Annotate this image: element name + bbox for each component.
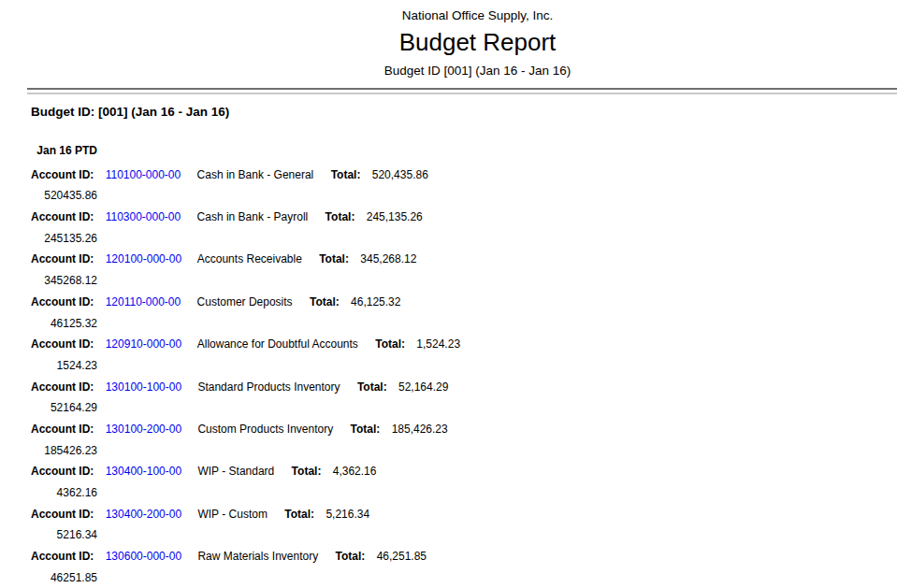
account-name: WIP - Standard: [197, 465, 274, 478]
account-id-label: Account ID:: [31, 252, 94, 265]
account-total: 520,435.86: [372, 168, 428, 181]
account-id-link[interactable]: 110100-000-00: [106, 168, 181, 181]
account-line: Account ID: 120910-000-00 Allowance for …: [31, 337, 897, 351]
account-total: 5,216.34: [326, 508, 369, 521]
account-id-link[interactable]: 130400-100-00: [106, 465, 181, 478]
ptd-value: 185426.23: [31, 444, 97, 457]
total-label: Total:: [284, 508, 314, 521]
total-label: Total:: [351, 423, 381, 436]
budget-report-page: National Office Supply, Inc. Budget Repo…: [0, 8, 897, 588]
account-name: Custom Products Inventory: [197, 423, 333, 436]
report-subtitle: Budget ID [001] (Jan 16 - Jan 16): [58, 64, 897, 79]
header-divider: [27, 88, 897, 94]
total-label: Total:: [357, 380, 387, 394]
account-name: WIP - Custom: [197, 508, 267, 521]
account-line: Account ID: 130100-200-00 Custom Product…: [31, 423, 897, 436]
report-header: National Office Supply, Inc. Budget Repo…: [0, 8, 897, 79]
total-label: Total:: [326, 210, 355, 223]
total-label: Total:: [319, 252, 349, 265]
account-total: 1,524.23: [416, 337, 460, 351]
account-total: 345,268.12: [360, 252, 416, 265]
account-name: Allowance for Doubtful Accounts: [197, 337, 358, 351]
account-line: Account ID: 130400-200-00 WIP - Custom T…: [31, 508, 897, 521]
ptd-value: 4362.16: [31, 486, 97, 499]
ptd-value: 345268.12: [31, 274, 97, 287]
total-label: Total:: [331, 168, 361, 181]
company-name: National Office Supply, Inc.: [58, 8, 897, 23]
account-block: Account ID: 130100-100-00 Standard Produ…: [31, 380, 897, 415]
account-id-link[interactable]: 110300-000-00: [106, 210, 181, 223]
account-name: Standard Products Inventory: [197, 380, 340, 394]
account-line: Account ID: 130100-100-00 Standard Produ…: [31, 380, 897, 394]
account-line: Account ID: 110300-000-00 Cash in Bank -…: [31, 210, 897, 223]
account-line: Account ID: 130600-000-00 Raw Materials …: [31, 550, 897, 563]
account-total: 4,362.16: [333, 465, 377, 478]
account-block: Account ID: 110100-000-00 Cash in Bank -…: [31, 168, 897, 203]
account-line: Account ID: 110100-000-00 Cash in Bank -…: [31, 168, 897, 181]
account-name: Raw Materials Inventory: [197, 550, 318, 563]
account-total: 52,164.29: [398, 380, 448, 394]
account-id-link[interactable]: 120910-000-00: [106, 337, 181, 351]
total-label: Total:: [292, 465, 322, 478]
ptd-value: 520435.86: [31, 189, 97, 202]
total-label: Total:: [375, 337, 405, 351]
account-name: Customer Deposits: [197, 295, 293, 308]
account-id-link[interactable]: 130100-100-00: [106, 380, 181, 394]
account-line: Account ID: 130400-100-00 WIP - Standard…: [31, 465, 897, 478]
account-id-link[interactable]: 130400-200-00: [106, 508, 181, 521]
account-total: 185,426.23: [392, 423, 448, 436]
account-block: Account ID: 110300-000-00 Cash in Bank -…: [31, 210, 897, 245]
account-name: Cash in Bank - Payroll: [197, 210, 309, 223]
account-block: Account ID: 120110-000-00 Customer Depos…: [31, 295, 897, 330]
account-id-label: Account ID:: [31, 380, 94, 394]
account-line: Account ID: 120110-000-00 Customer Depos…: [31, 295, 897, 308]
account-line: Account ID: 120100-000-00 Accounts Recei…: [31, 252, 897, 265]
ptd-value: 245135.26: [31, 232, 97, 245]
account-block: Account ID: 130400-200-00 WIP - Custom T…: [31, 508, 897, 542]
ptd-value: 46251.85: [31, 571, 97, 584]
page-title: Budget Report: [58, 30, 897, 55]
account-id-label: Account ID:: [31, 337, 94, 351]
account-id-label: Account ID:: [31, 210, 94, 223]
account-list: Account ID: 110100-000-00 Cash in Bank -…: [31, 168, 897, 584]
account-id-label: Account ID:: [31, 465, 94, 478]
ptd-value: 46125.32: [31, 317, 97, 330]
column-header-jan16-ptd: Jan 16 PTD: [31, 144, 97, 157]
ptd-value: 1524.23: [31, 359, 97, 372]
account-id-label: Account ID:: [31, 550, 94, 563]
account-block: Account ID: 120100-000-00 Accounts Recei…: [31, 252, 897, 287]
account-name: Accounts Receivable: [197, 252, 302, 265]
account-id-link[interactable]: 130600-000-00: [106, 550, 181, 563]
account-name: Cash in Bank - General: [197, 168, 314, 181]
account-total: 46,125.32: [351, 295, 400, 308]
report-body: Budget ID: [001] (Jan 16 - Jan 16) Jan 1…: [31, 105, 897, 584]
account-id-link[interactable]: 120110-000-00: [106, 295, 181, 308]
account-block: Account ID: 130100-200-00 Custom Product…: [31, 423, 897, 457]
account-block: Account ID: 130600-000-00 Raw Materials …: [31, 550, 897, 584]
total-label: Total:: [310, 295, 340, 308]
total-label: Total:: [336, 550, 366, 563]
account-id-link[interactable]: 120100-000-00: [106, 252, 181, 265]
account-id-link[interactable]: 130100-200-00: [106, 423, 181, 436]
account-id-label: Account ID:: [31, 295, 94, 308]
account-id-label: Account ID:: [31, 423, 94, 436]
account-total: 46,251.85: [377, 550, 427, 563]
divider-light-line: [27, 93, 897, 94]
account-block: Account ID: 120910-000-00 Allowance for …: [31, 337, 897, 372]
account-id-label: Account ID:: [31, 168, 94, 181]
ptd-value: 5216.34: [31, 528, 97, 541]
ptd-value: 52164.29: [31, 401, 97, 414]
account-block: Account ID: 130400-100-00 WIP - Standard…: [31, 465, 897, 499]
account-id-label: Account ID:: [31, 508, 94, 521]
account-total: 245,135.26: [367, 210, 423, 223]
section-heading: Budget ID: [001] (Jan 16 - Jan 16): [31, 105, 897, 120]
